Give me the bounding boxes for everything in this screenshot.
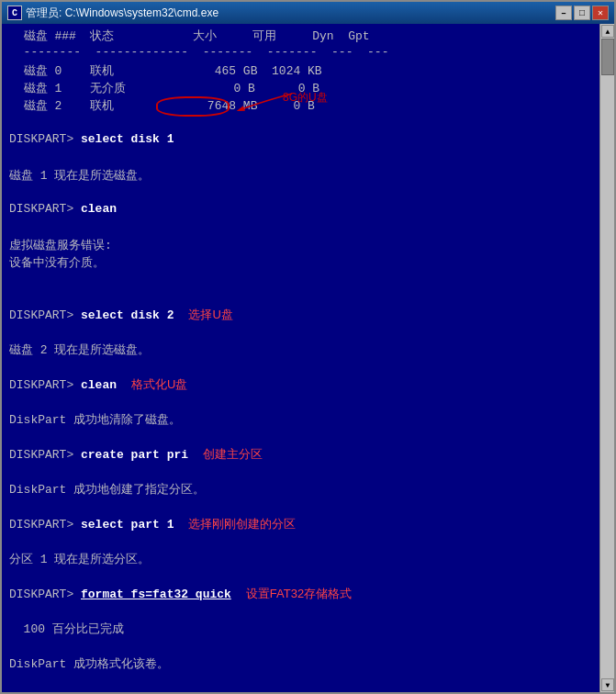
- cmd-create-part: DISKPART> create part pri创建主分区: [9, 446, 607, 464]
- scroll-down-button[interactable]: ▼: [601, 678, 614, 691]
- disk-2-row: 磁盘 2 联机 7648 MB 0 B 8G的U盘: [9, 97, 607, 115]
- window-title: 管理员: C:\Windows\system32\cmd.exe: [26, 6, 218, 21]
- blank-5: [9, 272, 607, 289]
- blank-10: [9, 429, 607, 446]
- blank-8: [9, 359, 607, 376]
- blank-16: [9, 638, 607, 655]
- blank-7: [9, 324, 607, 341]
- annotation-format-usb: 格式化U盘: [131, 376, 187, 393]
- cmd-select-disk1: DISKPART> select disk 1: [9, 132, 607, 150]
- cmd-window: C 管理员: C:\Windows\system32\cmd.exe – □ ✕…: [0, 0, 616, 694]
- scroll-thumb[interactable]: [601, 39, 614, 75]
- blank-13: [9, 533, 607, 551]
- title-bar-left: C 管理员: C:\Windows\system32\cmd.exe: [7, 6, 218, 21]
- output-100-percent: 100 百分比已完成: [9, 621, 607, 638]
- maximize-button[interactable]: □: [574, 6, 590, 20]
- blank-17: [9, 673, 607, 690]
- output-disk1-selected: 磁盘 1 现在是所选磁盘。: [9, 167, 607, 185]
- blank-15: [9, 603, 607, 621]
- cmd-clean2: DISKPART> clean格式化U盘: [9, 376, 607, 394]
- cmd-active: DISKPART> active标为活动分区: [9, 690, 607, 692]
- annotation-select-usb: 选择U盘: [188, 307, 232, 323]
- annotation-fat32: 设置FAT32存储格式: [246, 586, 352, 602]
- annotation-active-partition: 标为活动分区: [146, 690, 218, 692]
- output-disk2-selected: 磁盘 2 现在是所选磁盘。: [9, 341, 607, 359]
- scroll-up-button[interactable]: ▲: [601, 25, 614, 38]
- disk-divider: -------- ------------- ------- ------- -…: [9, 45, 607, 62]
- blank-11: [9, 464, 607, 481]
- output-no-media: 设备中没有介质。: [9, 254, 607, 272]
- cmd-select-part1: DISKPART> select part 1选择刚刚创建的分区: [9, 516, 607, 533]
- annotation-select-partition: 选择刚刚创建的分区: [188, 516, 296, 532]
- close-button[interactable]: ✕: [592, 6, 609, 20]
- output-format-success: DiskPart 成功格式化该卷。: [9, 655, 607, 673]
- output-partition-created: DiskPart 成功地创建了指定分区。: [9, 481, 607, 498]
- title-bar[interactable]: C 管理员: C:\Windows\system32\cmd.exe – □ ✕: [2, 2, 614, 24]
- cmd-format: DISKPART> format fs=fat32 quick设置FAT32存储…: [9, 586, 607, 603]
- cmd-icon: C: [12, 8, 17, 18]
- annotation-create-partition: 创建主分区: [203, 446, 263, 463]
- output-vdisk-error: 虚拟磁盘服务错误:: [9, 237, 607, 254]
- disk-header: 磁盘 ### 状态 大小 可用 Dyn Gpt: [9, 28, 607, 45]
- blank-1: [9, 115, 607, 132]
- cmd-clean1: DISKPART> clean: [9, 202, 607, 219]
- minimize-button[interactable]: –: [555, 6, 572, 20]
- disk-0-row: 磁盘 0 联机 465 GB 1024 KB: [9, 62, 607, 80]
- blank-3: [9, 185, 607, 202]
- terminal-content: 磁盘 ### 状态 大小 可用 Dyn Gpt -------- -------…: [2, 24, 614, 692]
- blank-14: [9, 568, 607, 586]
- output-disk-cleaned: DiskPart 成功地清除了磁盘。: [9, 411, 607, 429]
- output-partition-selected: 分区 1 现在是所选分区。: [9, 551, 607, 568]
- disk-1-row: 磁盘 1 无介质 0 B 0 B: [9, 80, 607, 97]
- blank-12: [9, 498, 607, 516]
- cmd-select-disk2: DISKPART> select disk 2选择U盘: [9, 307, 607, 324]
- scrollbar[interactable]: ▲ ▼: [599, 24, 614, 692]
- blank-9: [9, 394, 607, 411]
- blank-4: [9, 219, 607, 237]
- blank-2: [9, 150, 607, 167]
- title-bar-buttons[interactable]: – □ ✕: [555, 6, 609, 20]
- blank-6: [9, 289, 607, 307]
